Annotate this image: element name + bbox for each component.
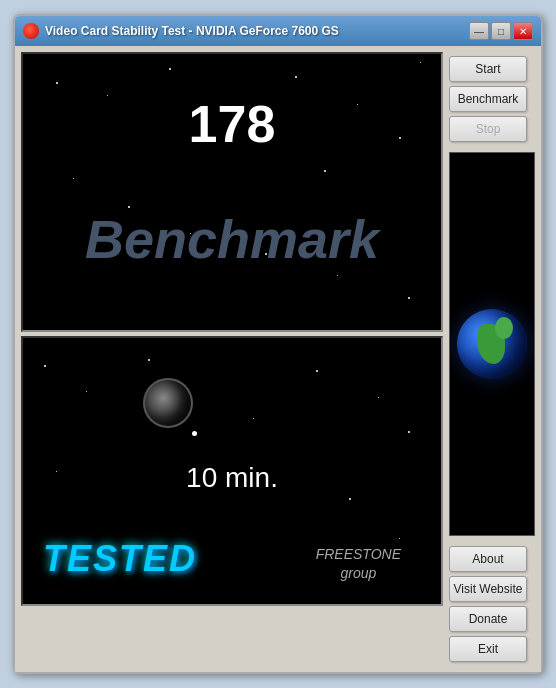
top-buttons-group: Start Benchmark Stop (449, 52, 535, 146)
app-icon (23, 23, 39, 39)
moon-dot (192, 431, 197, 436)
start-button[interactable]: Start (449, 56, 527, 82)
window-title: Video Card Stability Test - NVIDIA GeFor… (45, 24, 463, 38)
about-button[interactable]: About (449, 546, 527, 572)
title-bar: Video Card Stability Test - NVIDIA GeFor… (15, 16, 541, 46)
freestone-label: FREESTONE group (316, 545, 401, 584)
close-button[interactable]: ✕ (513, 22, 533, 40)
main-window: Video Card Stability Test - NVIDIA GeFor… (13, 14, 543, 674)
freestone-line1: FREESTONE (316, 545, 401, 565)
donate-button[interactable]: Donate (449, 606, 527, 632)
bottom-buttons-group: About Visit Website Donate Exit (449, 542, 535, 666)
minimize-button[interactable]: — (469, 22, 489, 40)
frame-counter: 178 (189, 94, 276, 154)
timer-display: 10 min. (186, 462, 278, 494)
earth-globe (457, 309, 527, 379)
benchmark-button[interactable]: Benchmark (449, 86, 527, 112)
timer-canvas: 10 min. TESTED FREESTONE group (21, 336, 443, 606)
title-bar-controls: — □ ✕ (469, 22, 533, 40)
window-body: 178 Benchmark (15, 46, 541, 672)
stop-button[interactable]: Stop (449, 116, 527, 142)
left-panel: 178 Benchmark (21, 52, 443, 666)
visit-website-button[interactable]: Visit Website (449, 576, 527, 602)
maximize-button[interactable]: □ (491, 22, 511, 40)
freestone-line2: group (316, 564, 401, 584)
right-panel: Start Benchmark Stop About Visit Website… (449, 52, 535, 666)
moon-shape (143, 378, 193, 428)
benchmark-canvas: 178 Benchmark (21, 52, 443, 332)
exit-button[interactable]: Exit (449, 636, 527, 662)
tested-label: TESTED (43, 538, 197, 580)
moon-object (143, 378, 193, 428)
earth-globe-container (449, 152, 535, 536)
benchmark-label: Benchmark (85, 208, 379, 270)
earth-land-north-america (495, 317, 513, 339)
